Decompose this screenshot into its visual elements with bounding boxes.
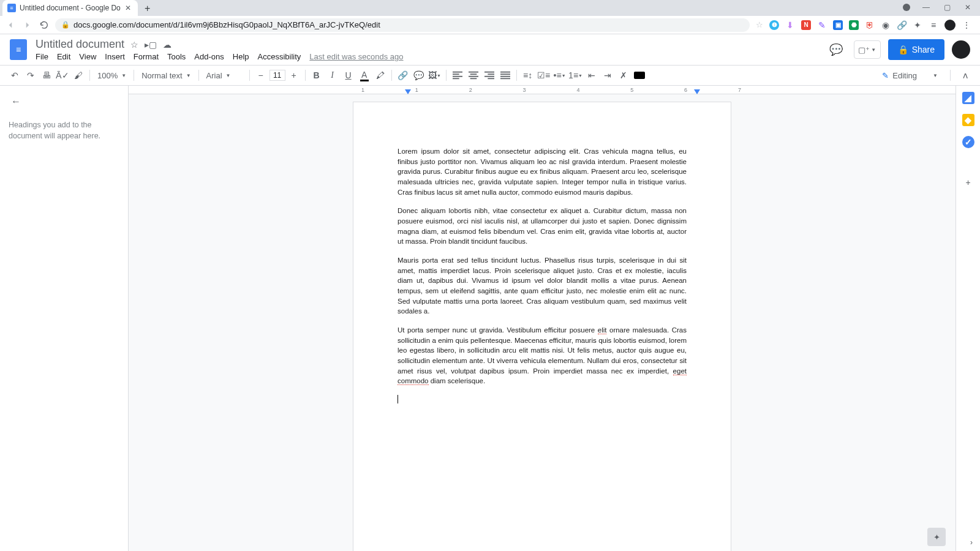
align-center-button[interactable] [466, 68, 481, 83]
profile-avatar-icon[interactable] [944, 20, 956, 31]
text-color-button[interactable]: A [357, 68, 372, 83]
calendar-icon[interactable]: ◢ [962, 92, 974, 104]
browser-tab[interactable]: ≡ Untitled document - Google Do ✕ [2, 0, 138, 16]
zoom-select[interactable]: 100%▼ [94, 69, 130, 82]
spelling-error[interactable]: eget [673, 367, 687, 375]
bold-button[interactable]: B [309, 68, 324, 83]
print-button[interactable]: 🖶 [39, 68, 54, 83]
present-button[interactable]: ▢⁺ ▼ [854, 40, 881, 59]
back-icon[interactable] [5, 20, 16, 31]
paragraph-style-select[interactable]: Normal text▼ [138, 69, 194, 82]
chrome-menu-icon[interactable]: ⋮ [962, 20, 971, 30]
spelling-error[interactable]: elit [598, 326, 607, 334]
paragraph[interactable]: Lorem ipsum dolor sit amet, consectetur … [398, 146, 687, 197]
docs-home-button[interactable]: ≡ [10, 39, 27, 60]
menu-accessibility[interactable]: Accessibility [258, 52, 301, 61]
italic-button[interactable]: I [325, 68, 340, 83]
close-tab-icon[interactable]: ✕ [124, 4, 132, 12]
ext-icon[interactable]: ✎ [817, 20, 827, 30]
ext-icon[interactable]: ⬇ [785, 20, 795, 30]
document-page[interactable]: Lorem ipsum dolor sit amet, consectetur … [353, 102, 731, 551]
increase-indent-button[interactable]: ⇥ [600, 68, 615, 83]
reading-list-icon[interactable]: ≡ [929, 20, 938, 30]
cloud-status-icon[interactable]: ☁ [163, 40, 172, 50]
more-tools-button[interactable] [632, 68, 647, 83]
hide-side-panel-button[interactable]: › [965, 536, 978, 549]
url-input[interactable]: 🔒 docs.google.com/document/d/1il6vm9j6Bb… [55, 18, 750, 32]
menu-view[interactable]: View [79, 52, 96, 61]
menu-edit[interactable]: Edit [57, 52, 70, 61]
collapse-toolbar-button[interactable]: ʌ [958, 68, 973, 83]
increase-font-button[interactable]: + [287, 68, 301, 83]
numbered-list-button[interactable]: 1≡▼ [568, 68, 583, 83]
highlight-button[interactable]: 🖍 [373, 68, 388, 83]
move-document-icon[interactable]: ▸▢ [145, 40, 157, 50]
decrease-font-button[interactable]: − [254, 68, 268, 83]
tasks-icon[interactable]: ✓ [962, 136, 974, 148]
outline-collapse-button[interactable]: ← [9, 94, 23, 109]
font-size-input[interactable]: 11 [270, 70, 285, 81]
insert-image-button[interactable]: 🖼▼ [428, 68, 442, 83]
star-document-icon[interactable]: ☆ [130, 40, 138, 50]
svg-rect-2 [453, 76, 462, 77]
ext-icon[interactable]: ▣ [833, 20, 843, 30]
ext-icon[interactable]: ❶ [769, 20, 779, 30]
add-addon-button[interactable]: + [962, 176, 974, 189]
reload-icon[interactable] [39, 20, 49, 30]
decrease-indent-button[interactable]: ⇤ [584, 68, 599, 83]
last-edit-status[interactable]: Last edit was seconds ago [309, 52, 403, 61]
explore-button[interactable]: ✦ [927, 528, 946, 546]
ext-icon[interactable]: ⛨ [865, 20, 875, 30]
menu-insert[interactable]: Insert [105, 52, 125, 61]
browser-address-bar: 🔒 docs.google.com/document/d/1il6vm9j6Bb… [0, 16, 980, 34]
ext-icon[interactable]: 🔗 [897, 20, 907, 30]
comments-history-icon[interactable]: 💬 [826, 39, 846, 60]
keep-icon[interactable]: ◆ [962, 114, 974, 126]
chevron-down-icon: ▼ [226, 73, 231, 78]
insert-link-button[interactable]: 🔗 [396, 68, 410, 83]
align-left-button[interactable] [450, 68, 465, 83]
document-canvas[interactable]: 1 1 2 3 4 5 6 7 Lorem ipsum dolor sit am… [129, 86, 956, 551]
forward-icon[interactable] [22, 20, 33, 31]
align-justify-button[interactable] [498, 68, 513, 83]
paint-format-button[interactable]: 🖌 [71, 68, 86, 83]
paragraph[interactable]: Ut porta semper nunc ut gravida. Vestibu… [398, 325, 687, 386]
clear-formatting-button[interactable]: ✗ [616, 68, 631, 83]
svg-rect-9 [488, 73, 494, 75]
checklist-button[interactable]: ☑≡ [537, 68, 551, 83]
extensions-icon[interactable]: ✦ [913, 20, 922, 30]
horizontal-ruler[interactable]: 1 1 2 3 4 5 6 7 [129, 86, 956, 94]
redo-button[interactable]: ↷ [23, 68, 38, 83]
minimize-icon[interactable]: — [921, 2, 931, 12]
ext-icon[interactable]: N [801, 20, 811, 30]
tab-title: Untitled document - Google Do [20, 4, 121, 12]
spellcheck-button[interactable]: Ᾱ✓ [55, 68, 70, 83]
share-button[interactable]: 🔒 Share [888, 39, 944, 60]
paragraph[interactable]: Mauris porta erat sed tellus tincidunt l… [398, 255, 687, 317]
editing-mode-select[interactable]: ✎ Editing ▼ [877, 71, 943, 80]
account-avatar[interactable] [952, 40, 970, 59]
account-dot-icon[interactable] [903, 4, 910, 11]
menu-file[interactable]: File [36, 52, 48, 61]
line-spacing-button[interactable]: ≡↕ [521, 68, 535, 83]
menu-help[interactable]: Help [233, 52, 249, 61]
menu-addons[interactable]: Add-ons [194, 52, 224, 61]
close-window-icon[interactable]: ✕ [963, 2, 973, 12]
bulleted-list-button[interactable]: •≡▼ [552, 68, 567, 83]
menu-format[interactable]: Format [134, 52, 159, 61]
maximize-icon[interactable]: ▢ [942, 2, 952, 12]
undo-button[interactable]: ↶ [7, 68, 22, 83]
spelling-error[interactable]: commodo [398, 377, 429, 385]
font-select[interactable]: Arial▼ [203, 69, 246, 82]
paragraph[interactable]: Donec aliquam lobortis nibh, vitae conse… [398, 206, 687, 247]
ext-icon[interactable]: ◉ [881, 20, 891, 30]
star-icon[interactable]: ☆ [756, 20, 763, 29]
paragraph[interactable] [398, 395, 687, 405]
insert-comment-button[interactable]: 💬 [412, 68, 426, 83]
document-title[interactable]: Untitled document [36, 38, 124, 51]
underline-button[interactable]: U [341, 68, 356, 83]
align-right-button[interactable] [482, 68, 497, 83]
new-tab-button[interactable]: + [140, 1, 155, 16]
menu-tools[interactable]: Tools [167, 52, 186, 61]
ext-icon[interactable]: ⬣ [849, 20, 859, 30]
